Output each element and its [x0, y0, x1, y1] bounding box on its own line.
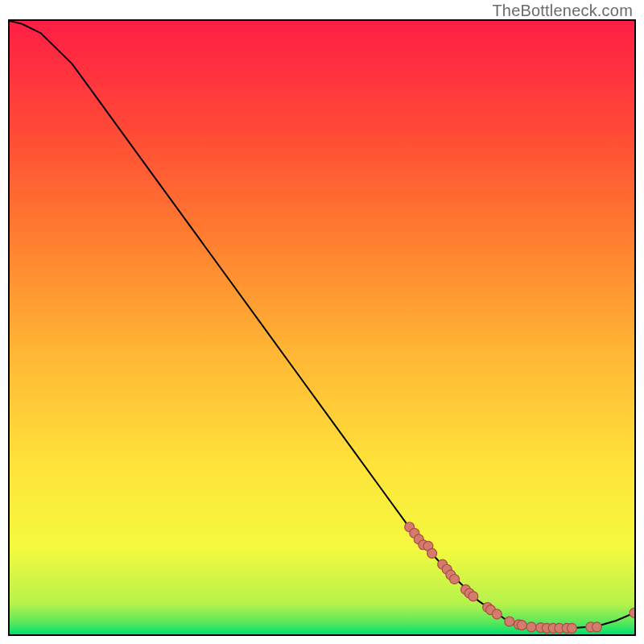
curve-line [10, 21, 634, 628]
data-point [517, 621, 526, 630]
plot-area [8, 19, 636, 636]
data-point [630, 608, 634, 617]
data-point [492, 609, 502, 619]
data-point [592, 622, 601, 632]
data-point [505, 617, 514, 626]
data-point [450, 574, 460, 584]
data-point [427, 548, 437, 558]
data-point [526, 622, 536, 632]
data-points-group [405, 522, 634, 634]
chart-svg [10, 21, 634, 634]
chart-container: TheBottleneck.com [0, 0, 644, 644]
watermark-text: TheBottleneck.com [492, 2, 633, 20]
data-point [567, 623, 576, 633]
data-point [469, 592, 478, 601]
